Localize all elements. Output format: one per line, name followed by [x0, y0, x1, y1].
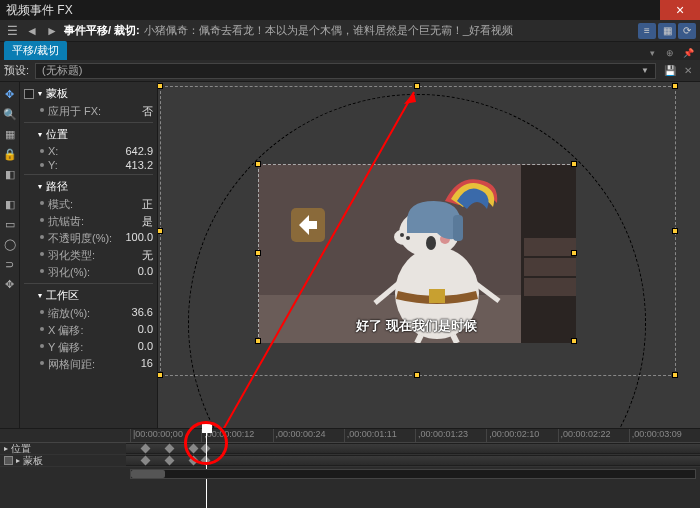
- mask-handle[interactable]: [158, 228, 163, 234]
- section-mask[interactable]: ▾蒙板: [24, 84, 153, 103]
- timeline: |00:00:00;00,00:00:00:12,00:00:00:24,00:…: [0, 428, 700, 508]
- chevron-down-icon: ▼: [641, 66, 649, 75]
- prop-x[interactable]: X:642.9: [24, 144, 153, 158]
- svg-point-13: [406, 236, 410, 240]
- pointer-tool-icon[interactable]: ✥: [2, 86, 18, 102]
- plugin-desc: 小猪佩奇：佩奇去看龙！本以为是个木偶，谁料居然是个巨无霸！_好看视频: [144, 23, 513, 38]
- rect-tool-icon[interactable]: ▭: [2, 216, 18, 232]
- toolbar-btn-b[interactable]: ▦: [658, 23, 676, 39]
- tab-add-icon[interactable]: ⊕: [662, 46, 678, 60]
- svg-rect-25: [429, 289, 445, 303]
- svg-rect-6: [524, 258, 576, 276]
- preset-value: (无标题): [42, 63, 82, 78]
- move-tool-icon[interactable]: ✥: [2, 276, 18, 292]
- mask-handle[interactable]: [672, 83, 678, 89]
- mask-handle[interactable]: [158, 83, 163, 89]
- mask-handle[interactable]: [414, 83, 420, 89]
- ruler-tick: ,00:00:01:23: [415, 429, 486, 442]
- prop-mode[interactable]: 模式:正: [24, 196, 153, 213]
- plugin-label: 事件平移/ 裁切:: [64, 23, 140, 38]
- ruler-tick: ,00:00:01:11: [344, 429, 415, 442]
- next-plugin-icon[interactable]: ►: [44, 23, 60, 39]
- ruler-tick: |00:00:00;00: [130, 429, 201, 442]
- svg-point-12: [400, 233, 404, 237]
- crop-frame[interactable]: 好了 现在我们是时候: [258, 164, 575, 342]
- crop-handle[interactable]: [255, 338, 261, 344]
- timeline-track[interactable]: ▸蒙板: [0, 455, 700, 467]
- window-titlebar: 视频事件 FX ×: [0, 0, 700, 20]
- crop-handle[interactable]: [571, 250, 577, 256]
- toolbar-btn-c[interactable]: ⟳: [678, 23, 696, 39]
- crop-handle[interactable]: [571, 161, 577, 167]
- prop-grid[interactable]: 网格间距:16: [24, 356, 153, 373]
- tool-sidebar: ✥ 🔍 ▦ 🔒 ◧ ◧ ▭ ◯ ⊃ ✥: [0, 82, 20, 428]
- prop-y[interactable]: Y:413.2: [24, 158, 153, 172]
- ruler-tick: ,00:00:03:09: [629, 429, 700, 442]
- mask-handle[interactable]: [158, 372, 163, 378]
- tab-bar: 平移/裁切 ▾ ⊕ 📌: [0, 42, 700, 60]
- prop-yoff[interactable]: Y 偏移:0.0: [24, 339, 153, 356]
- properties-panel: ▾蒙板 应用于 FX:否 ▾位置 X:642.9 Y:413.2 ▾路径 模式:…: [20, 82, 158, 428]
- tab-dropdown-icon[interactable]: ▾: [644, 46, 660, 60]
- preset-select[interactable]: (无标题) ▼: [35, 63, 656, 79]
- section-work[interactable]: ▾工作区: [24, 286, 153, 305]
- section-position[interactable]: ▾位置: [24, 125, 153, 144]
- hamburger-icon[interactable]: ☰: [4, 23, 20, 39]
- preset-bar: 预设: (无标题) ▼ 💾 ✕: [0, 60, 700, 82]
- svg-rect-20: [453, 215, 463, 241]
- preview-canvas[interactable]: 好了 现在我们是时候: [158, 82, 700, 428]
- prop-xoff[interactable]: X 偏移:0.0: [24, 322, 153, 339]
- lock-aspect-icon[interactable]: 🔒: [2, 146, 18, 162]
- prop-applyfx[interactable]: 应用于 FX:否: [24, 103, 153, 120]
- preset-label: 预设:: [4, 63, 29, 78]
- svg-rect-5: [524, 238, 576, 256]
- oval-tool-icon[interactable]: ◯: [2, 236, 18, 252]
- svg-point-18: [426, 236, 436, 250]
- timeline-tracks: ▸位置▸蒙板: [0, 443, 700, 467]
- prop-featherpct[interactable]: 羽化(%):0.0: [24, 264, 153, 281]
- svg-rect-7: [524, 278, 576, 296]
- snap-tool-icon[interactable]: ▦: [2, 126, 18, 142]
- tab-pan-crop[interactable]: 平移/裁切: [4, 41, 67, 60]
- ruler-tick: ,00:00:02:10: [486, 429, 557, 442]
- video-subtitle: 好了 现在我们是时候: [259, 317, 574, 335]
- crop-handle[interactable]: [255, 250, 261, 256]
- video-preview: 好了 现在我们是时候: [258, 164, 575, 342]
- plugin-toolbar: ☰ ◄ ► 事件平移/ 裁切: 小猪佩奇：佩奇去看龙！本以为是个木偶，谁料居然是…: [0, 20, 700, 42]
- mask-handle[interactable]: [672, 228, 678, 234]
- section-path[interactable]: ▾路径: [24, 177, 153, 196]
- prev-plugin-icon[interactable]: ◄: [24, 23, 40, 39]
- zoom-tool-icon[interactable]: 🔍: [2, 106, 18, 122]
- preset-delete-icon[interactable]: ✕: [680, 63, 696, 79]
- prop-aa[interactable]: 抗锯齿:是: [24, 213, 153, 230]
- prop-opacity[interactable]: 不透明度(%):100.0: [24, 230, 153, 247]
- window-title: 视频事件 FX: [6, 2, 73, 19]
- magnet-tool-icon[interactable]: ⊃: [2, 256, 18, 272]
- ruler-tick: ,00:00:02:22: [558, 429, 629, 442]
- track-label: ▸蒙板: [0, 454, 126, 468]
- video-illustration: [158, 83, 689, 428]
- ruler-tick: ,00:00:00:24: [273, 429, 344, 442]
- size-about-center-icon[interactable]: ◧: [2, 166, 18, 182]
- tab-pin-icon[interactable]: 📌: [680, 46, 696, 60]
- preset-save-icon[interactable]: 💾: [662, 63, 678, 79]
- crop-handle[interactable]: [255, 161, 261, 167]
- mask-handle[interactable]: [672, 372, 678, 378]
- tool-a-icon[interactable]: ◧: [2, 196, 18, 212]
- close-button[interactable]: ×: [660, 0, 700, 20]
- svg-line-23: [417, 335, 421, 343]
- prop-feather[interactable]: 羽化类型:无: [24, 247, 153, 264]
- crop-handle[interactable]: [571, 338, 577, 344]
- mask-handle[interactable]: [414, 372, 420, 378]
- timeline-ruler[interactable]: |00:00:00;00,00:00:00:12,00:00:00:24,00:…: [0, 429, 700, 443]
- toolbar-btn-a[interactable]: ≡: [638, 23, 656, 39]
- prop-zoom[interactable]: 缩放(%):36.6: [24, 305, 153, 322]
- timeline-scrollbar[interactable]: [130, 469, 696, 479]
- svg-line-24: [453, 335, 457, 343]
